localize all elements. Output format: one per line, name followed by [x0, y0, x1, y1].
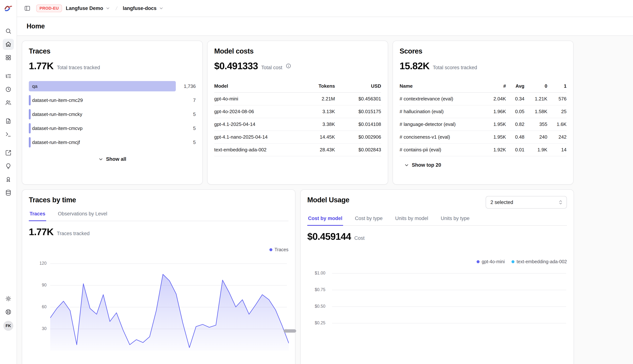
info-icon[interactable]	[286, 63, 291, 69]
card-title: Model Usage	[307, 196, 349, 204]
traces-by-time-tabs: TracesObservations by Level	[29, 209, 288, 221]
y-axis-tick: $1.00	[307, 270, 325, 276]
table-cell: # contains-pii (eval)	[400, 144, 487, 156]
home-icon[interactable]	[3, 39, 14, 50]
table-cell: 240	[524, 131, 547, 144]
support-icon[interactable]	[3, 306, 14, 318]
tracing-icon[interactable]	[3, 70, 14, 82]
y-axis-tick: $0.75	[307, 287, 325, 292]
table-cell: 1.6K	[547, 118, 566, 131]
gridline	[332, 306, 566, 307]
show-top-20-button[interactable]: Show top 20	[404, 162, 441, 168]
tab-cost-by-type[interactable]: Cost by type	[354, 214, 383, 226]
tab-units-by-type[interactable]: Units by type	[440, 214, 470, 226]
card-title: Traces	[29, 47, 196, 55]
show-all-button[interactable]: Show all	[98, 156, 126, 162]
langfuse-logo[interactable]	[4, 4, 13, 12]
evaluation-icon[interactable]	[3, 147, 14, 158]
trace-bar	[29, 81, 176, 91]
gridline	[332, 323, 566, 324]
traces-card: Traces 1.77K Total traces tracked qa1,73…	[22, 40, 203, 184]
settings-icon[interactable]	[3, 293, 14, 304]
org-switcher[interactable]: Langfuse Demo	[66, 6, 110, 11]
trace-bar-row: dataset-run-item-cmcvp5	[29, 123, 196, 134]
legend-label: Traces	[275, 247, 288, 252]
table-row: # hallucination (eval)1.96K0.051.58K25	[400, 105, 566, 118]
tab-units-by-model[interactable]: Units by model	[394, 214, 429, 226]
project-switcher[interactable]: langfuse-docs	[123, 6, 164, 11]
annotation-icon[interactable]	[3, 160, 14, 172]
traces-by-time-total: 1.77K	[29, 226, 54, 238]
table-cell: 1.96K	[487, 105, 506, 118]
chart-legend: gpt-4o-minitext-embedding-ada-002	[307, 259, 567, 264]
table-row: gpt-4o-2024-08-063.13K$0.015175	[214, 105, 381, 118]
trace-bar-value: 7	[193, 98, 196, 103]
model-select[interactable]: 2 selected	[486, 196, 567, 208]
table-cell: 2.21M	[293, 92, 335, 105]
table-cell: 14	[547, 144, 566, 156]
prompts-icon[interactable]	[3, 116, 14, 126]
table-cell: # language-detector (eval)	[400, 118, 487, 131]
scores-icon[interactable]	[3, 174, 14, 185]
user-avatar[interactable]: FK	[3, 321, 13, 331]
table-cell: 576	[547, 92, 566, 105]
trace-bar-value: 5	[193, 140, 196, 145]
dashboards-icon[interactable]	[3, 52, 14, 63]
table-row: gpt-4.1-2025-04-143.38K$0.014108	[214, 118, 381, 131]
trace-bar-label: dataset-run-item-cmcky	[32, 112, 82, 117]
column-header-0: 0	[524, 80, 547, 92]
table-cell: 1.95K	[487, 131, 506, 144]
table-cell: 3.13K	[293, 105, 335, 118]
column-header-usd: USD	[335, 80, 381, 92]
model-usage-tabs: Cost by modelCost by typeUnits by modelU…	[307, 214, 567, 226]
column-header-name: Name	[400, 80, 487, 92]
card-title: Model costs	[214, 47, 381, 55]
column-header-avg: Avg	[506, 80, 524, 92]
table-cell: 0.82	[506, 118, 524, 131]
users-icon[interactable]	[3, 97, 14, 108]
table-row: gpt-4.1-nano-2025-04-1414.45K$0.002906	[214, 131, 381, 144]
table-cell: 1.92K	[487, 144, 506, 156]
tab-cost-by-model[interactable]: Cost by model	[307, 214, 343, 226]
trace-bar	[29, 95, 31, 106]
gridline	[332, 290, 566, 290]
table-cell: $0.002906	[335, 131, 381, 144]
table-cell: text-embedding-ada-002	[214, 144, 293, 156]
table-row: # contextrelevance (eval)2.04K0.341.21K5…	[400, 92, 566, 105]
legend-label: gpt-4o-mini	[482, 259, 505, 264]
trace-bar	[29, 123, 31, 134]
sidebar-nav	[3, 24, 14, 199]
page-header: Home	[17, 17, 633, 36]
table-cell: 0.48	[506, 131, 524, 144]
environment-badge: PROD-EU	[36, 4, 62, 12]
sidebar-toggle-button[interactable]	[22, 3, 33, 14]
search-icon[interactable]	[3, 26, 14, 36]
trace-bar	[29, 137, 31, 148]
scores-total: 15.82K	[400, 60, 429, 72]
table-cell: $0.002843	[335, 144, 381, 156]
datasets-icon[interactable]	[3, 187, 14, 198]
chevron-down-icon	[106, 6, 110, 11]
table-row: # conciseness-v1 (eval)1.95K0.48240242	[400, 131, 566, 144]
table-cell: 14.45K	[293, 131, 335, 144]
table-cell: $0.015175	[335, 105, 381, 118]
table-cell: 1.58K	[524, 105, 547, 118]
table-cell: gpt-4.1-2025-04-14	[214, 118, 293, 131]
table-cell: 25	[547, 105, 566, 118]
horizontal-scrollbar[interactable]	[284, 329, 296, 332]
tab-observations-by-level[interactable]: Observations by Level	[57, 209, 108, 221]
trace-bar-label: qa	[32, 84, 38, 89]
playground-icon[interactable]	[3, 129, 14, 140]
trace-bar-label: dataset-run-item-cmcjf	[32, 140, 80, 145]
column-header-1: 1	[547, 80, 566, 92]
app-root: FK PROD-EU Langfuse Demo langfuse-docs H…	[0, 0, 633, 364]
y-axis-tick: 120	[29, 261, 47, 266]
gridline	[332, 273, 566, 274]
project-name: langfuse-docs	[123, 6, 157, 11]
tab-traces[interactable]: Traces	[29, 209, 46, 221]
sessions-icon[interactable]	[3, 84, 14, 95]
table-cell: 0.01	[506, 144, 524, 156]
chevron-down-icon	[159, 6, 164, 11]
card-title: Scores	[400, 47, 566, 55]
table-cell: 28.43K	[293, 144, 335, 156]
